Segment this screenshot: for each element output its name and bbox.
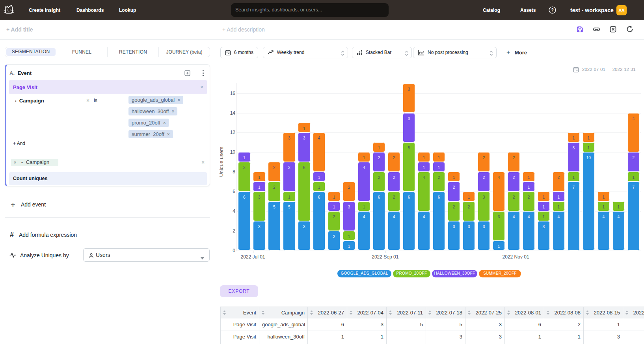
svg-text:?: ? (551, 7, 554, 12)
